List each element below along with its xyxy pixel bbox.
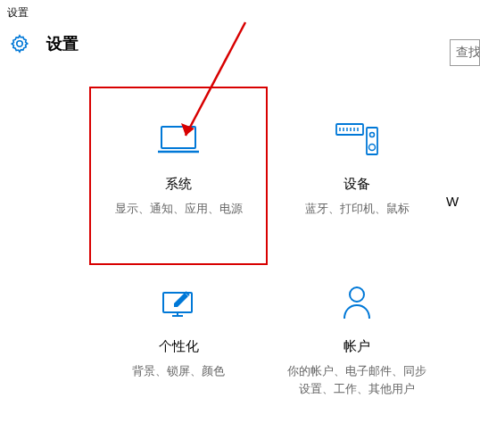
svg-point-18 [350, 287, 364, 302]
svg-point-13 [369, 145, 376, 151]
tile-personalization[interactable]: 个性化 背景、锁屏、颜色 [89, 265, 268, 444]
system-icon [158, 119, 199, 160]
svg-point-12 [370, 133, 375, 137]
search-placeholder: 查找设 [456, 45, 480, 61]
gear-icon [7, 34, 32, 54]
tile-title: 设备 [343, 176, 370, 193]
tile-desc: 背景、锁屏、颜色 [116, 362, 241, 380]
settings-grid: 系统 显示、通知、应用、电源 设备 蓝牙、打印机、鼠标 W [0, 69, 480, 444]
tile-desc: 蓝牙、打印机、鼠标 [289, 200, 426, 218]
search-input[interactable]: 查找设 [450, 39, 480, 66]
tile-desc: 你的帐户、电子邮件、同步设置、工作、其他用户 [268, 362, 446, 397]
tile-title: 帐户 [343, 338, 370, 355]
tile-partial[interactable]: W [446, 87, 473, 265]
page-title: 设置 [46, 33, 79, 54]
tile-title: 系统 [165, 176, 192, 193]
tile-title: W [446, 194, 459, 209]
tile-desc: 显示、通知、应用、电源 [99, 200, 259, 218]
tile-title: 个性化 [159, 338, 199, 355]
tile-system[interactable]: 系统 显示、通知、应用、电源 [89, 87, 268, 265]
tile-accounts[interactable]: 帐户 你的帐户、电子邮件、同步设置、工作、其他用户 [268, 265, 446, 444]
accounts-icon [339, 281, 375, 322]
personalization-icon [158, 281, 199, 322]
tile-devices[interactable]: 设备 蓝牙、打印机、鼠标 [268, 87, 446, 265]
devices-icon [335, 119, 379, 160]
header: 设置 [0, 26, 480, 69]
window-title: 设置 [0, 0, 480, 26]
svg-rect-2 [161, 127, 195, 148]
